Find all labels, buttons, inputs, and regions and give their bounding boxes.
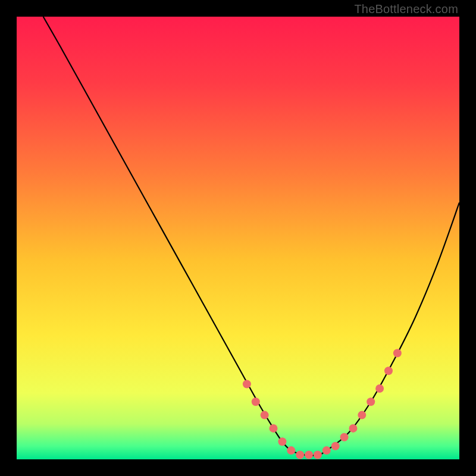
chart-plot-area	[17, 17, 459, 459]
marker-dot	[367, 397, 375, 406]
watermark-text: TheBottleneck.com	[354, 2, 458, 16]
marker-dot	[287, 446, 295, 455]
marker-dot	[314, 451, 322, 459]
marker-dot	[349, 424, 357, 433]
marker-dot	[384, 367, 393, 375]
marker-dot	[331, 442, 340, 450]
marker-dot	[340, 433, 349, 441]
marker-dot	[243, 380, 251, 389]
marker-dot	[305, 451, 313, 459]
marker-dot	[358, 411, 366, 419]
marker-dot	[296, 451, 304, 459]
marker-dot	[270, 424, 278, 433]
marker-dot	[393, 349, 402, 357]
chart-svg	[17, 17, 459, 459]
marker-dot	[322, 446, 331, 455]
gradient-background	[17, 17, 459, 459]
marker-dot	[252, 397, 260, 406]
marker-dot	[375, 384, 384, 393]
marker-dot	[261, 411, 269, 419]
marker-dot	[278, 437, 286, 446]
chart-frame: TheBottleneck.com	[0, 0, 476, 476]
